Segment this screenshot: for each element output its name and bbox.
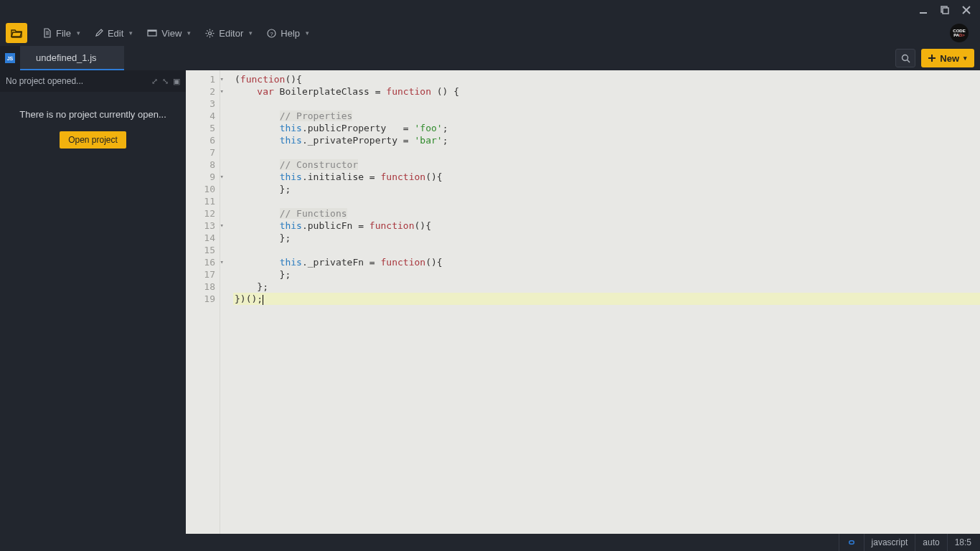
sidebar-title: No project opened... [6,76,83,86]
status-cursor-position: 18:5 [947,534,979,551]
status-language[interactable]: javascript [864,534,915,551]
menu-edit-label: Edit [108,28,123,39]
panel-close-icon[interactable]: ▣ [173,77,180,86]
menu-view-label: View [161,28,182,39]
svg-text:JS: JS [7,56,14,61]
svg-line-24 [907,60,910,62]
svg-rect-0 [920,12,927,14]
js-file-icon: JS [0,46,20,70]
statusbar: javascript auto 18:5 [0,534,980,551]
open-project-button[interactable]: Open project [60,131,126,149]
editor-content[interactable]: (function(){ var BoilerplateClass = func… [230,70,980,534]
status-encoding[interactable]: auto [915,534,946,551]
code-editor[interactable]: 12345678910111213141516171819 (function(… [186,70,980,534]
menu-help[interactable]: ? Help ▾ [261,25,315,42]
file-icon [43,28,52,38]
sidebar-message: There is no project currently open... [19,109,166,120]
chevron-down-icon: ▾ [77,29,80,37]
menu-editor[interactable]: Editor ▾ [199,25,258,42]
status-link[interactable] [839,534,864,551]
plus-icon [928,55,936,62]
editor-gutter: 12345678910111213141516171819 [186,70,220,534]
view-icon [147,29,157,37]
svg-line-16 [212,35,213,36]
menu-help-label: Help [281,28,300,39]
menu-editor-label: Editor [219,28,243,39]
link-icon [847,538,857,547]
close-icon[interactable] [961,5,971,15]
svg-rect-9 [148,30,156,32]
minimize-icon[interactable] [918,5,928,15]
sidebar-header: No project opened... ⤢ ⤡ ▣ [0,70,186,92]
svg-point-10 [209,32,212,34]
help-icon: ? [267,29,276,38]
chevron-down-icon: ▾ [129,29,133,37]
search-button[interactable] [895,49,915,67]
maximize-icon[interactable] [940,5,950,15]
app-logo: CODEPAD> [950,24,969,42]
edit-icon [95,29,103,37]
svg-rect-2 [943,8,948,14]
new-button-label: New [940,53,959,64]
menu-edit[interactable]: Edit ▾ [89,25,138,42]
svg-line-17 [212,30,213,31]
project-sidebar: No project opened... ⤢ ⤡ ▣ There is no p… [0,70,186,534]
chevron-down-icon: ▾ [306,29,309,37]
chevron-down-icon: ▾ [249,29,253,37]
menu-file[interactable]: File ▾ [37,25,86,42]
menu-view[interactable]: View ▾ [141,25,197,42]
chevron-down-icon: ▾ [963,55,967,62]
tabbar: JS undefined_1.js New ▾ [0,46,980,70]
svg-line-15 [207,30,208,31]
tab-file[interactable]: undefined_1.js [20,46,124,70]
window-titlebar [0,0,980,20]
svg-text:?: ? [270,30,274,37]
gear-icon [205,29,215,38]
menubar: File ▾ Edit ▾ View ▾ Editor ▾ ? Help ▾ C… [0,20,980,46]
collapse-icon[interactable]: ⤡ [162,77,169,86]
search-icon [901,54,910,63]
expand-icon[interactable]: ⤢ [151,77,158,86]
tab-label: undefined_1.js [36,52,97,63]
chevron-down-icon: ▾ [187,29,191,37]
open-folder-button[interactable] [6,23,27,43]
svg-line-18 [207,35,208,36]
new-button[interactable]: New ▾ [921,49,974,67]
workspace: No project opened... ⤢ ⤡ ▣ There is no p… [0,70,980,534]
svg-point-23 [902,55,908,60]
menu-file-label: File [56,28,71,39]
